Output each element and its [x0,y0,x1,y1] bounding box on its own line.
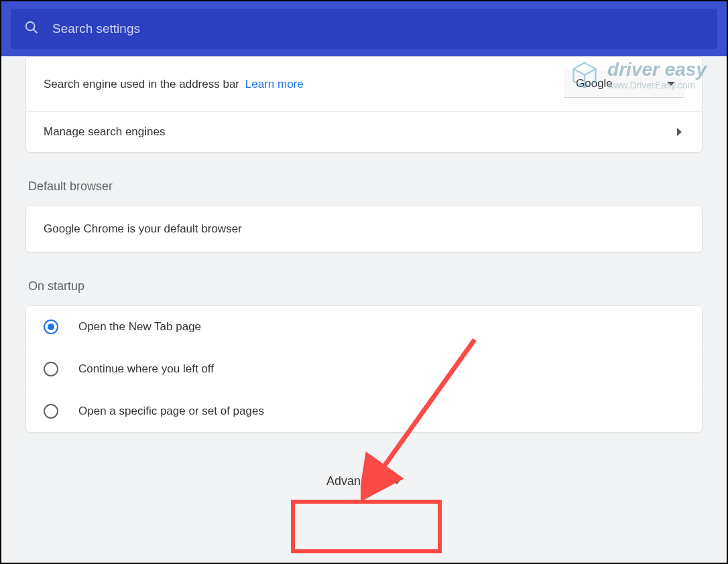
search-settings-box[interactable] [11,9,717,49]
default-browser-text: Google Chrome is your default browser [44,222,242,235]
svg-line-1 [34,29,38,33]
manage-search-engines-label: Manage search engines [44,125,677,139]
startup-option-label: Continue where you left off [78,362,214,376]
manage-search-engines-row[interactable]: Manage search engines [26,111,702,152]
startup-option-label: Open the New Tab page [78,320,201,334]
startup-option-label: Open a specific page or set of pages [78,405,264,418]
settings-topbar [1,1,727,56]
radio-icon [44,320,58,334]
settings-content: Search engine used in the address bar Le… [1,56,727,523]
radio-icon [44,404,58,419]
learn-more-link[interactable]: Learn more [245,78,304,90]
chevron-down-icon [667,82,675,86]
search-icon [24,20,39,38]
on-startup-heading: On startup [28,279,703,293]
startup-option-specific[interactable]: Open a specific page or set of pages [26,390,702,432]
search-engine-card: Search engine used in the address bar Le… [25,56,703,153]
chevron-down-icon [392,479,402,484]
startup-option-continue[interactable]: Continue where you left off [26,348,702,390]
svg-point-0 [26,22,35,31]
search-engine-row: Search engine used in the address bar Le… [26,57,702,111]
search-engine-selected-value: Google [576,77,613,90]
search-engine-label: Search engine used in the address bar [44,78,239,90]
search-input[interactable] [52,21,704,36]
default-browser-card: Google Chrome is your default browser [25,206,703,253]
search-engine-select[interactable]: Google [564,70,684,98]
advanced-label: Advanced [326,474,380,488]
startup-option-new-tab[interactable]: Open the New Tab page [26,306,702,348]
default-browser-heading: Default browser [28,180,703,194]
advanced-button[interactable]: Advanced [301,460,427,503]
on-startup-card: Open the New Tab page Continue where you… [25,305,703,433]
radio-icon [44,362,58,376]
chevron-right-icon [677,128,682,136]
